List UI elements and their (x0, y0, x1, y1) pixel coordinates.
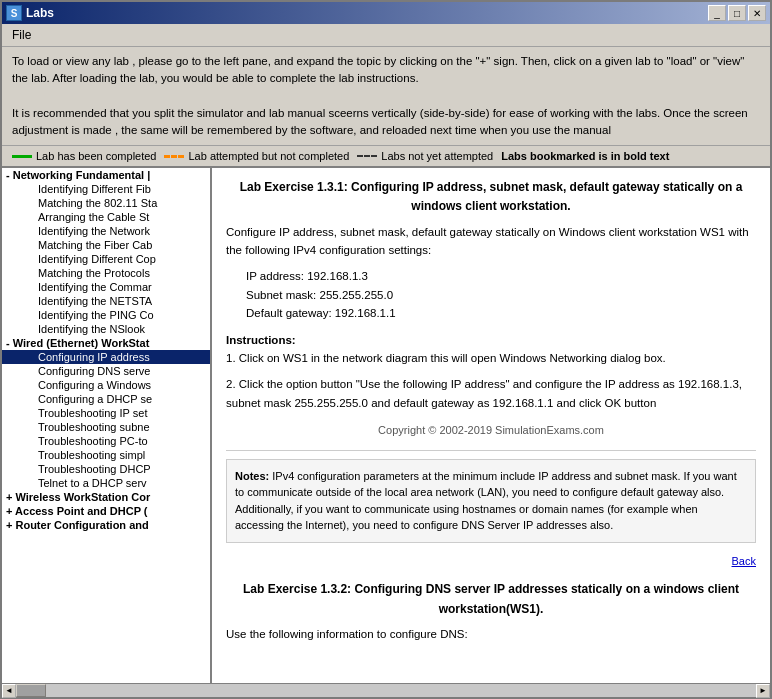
scroll-thumb[interactable] (16, 684, 46, 697)
tree-item-trouble-dhcp[interactable]: Troubleshooting DHCP (2, 462, 210, 476)
minimize-button[interactable]: _ (708, 5, 726, 21)
main-window: S Labs _ □ ✕ File To load or view any la… (0, 0, 772, 699)
lab2-title: Lab Exercise 1.3.2: Configuring DNS serv… (226, 580, 756, 618)
tree-item-router-config[interactable]: + Router Configuration and (2, 518, 210, 532)
menu-bar: File (2, 24, 770, 47)
tree-item-arrange-cable[interactable]: Arranging the Cable St (2, 210, 210, 224)
legend-bar: Lab has been completed Lab attempted but… (2, 146, 770, 168)
file-menu[interactable]: File (6, 26, 37, 44)
attempted-line-icon (164, 155, 184, 158)
scroll-track[interactable] (16, 684, 756, 697)
completed-line-icon (12, 155, 32, 158)
tree-item-trouble-ip[interactable]: Troubleshooting IP set (2, 406, 210, 420)
legend-bookmarked: Labs bookmarked is in bold text (501, 150, 669, 162)
lab-title: Lab Exercise 1.3.1: Configuring IP addre… (226, 178, 756, 216)
tree-item-access-point[interactable]: + Access Point and DHCP ( (2, 504, 210, 518)
tree-item-telnet-dhcp[interactable]: Telnet to a DHCP serv (2, 476, 210, 490)
tree-item-trouble-simple[interactable]: Troubleshooting simpl (2, 448, 210, 462)
legend-completed: Lab has been completed (12, 150, 156, 162)
instruction2: 2. Click the option button "Use the foll… (226, 375, 756, 412)
window-title: Labs (26, 6, 54, 20)
notes-text: IPv4 configuration parameters at the min… (235, 470, 737, 532)
info-line1: To load or view any lab , please go to t… (12, 53, 760, 88)
bottom-scrollbar[interactable]: ◄ ► (2, 683, 770, 697)
ip-address: IP address: 192.168.1.3 (246, 267, 756, 285)
lab2-intro: Use the following information to configu… (226, 625, 756, 643)
tree-item-match-fiber[interactable]: Matching the Fiber Cab (2, 238, 210, 252)
tree-container: - Networking Fundamental | Identifying D… (2, 168, 210, 532)
notes-label: Notes: (235, 470, 269, 482)
bookmarked-label: Labs bookmarked is in bold text (501, 150, 669, 162)
tree-item-match-proto[interactable]: Matching the Protocols (2, 266, 210, 280)
legend-attempted: Lab attempted but not completed (164, 150, 349, 162)
tree-item-wireless-workstat[interactable]: + Wireless WorkStation Cor (2, 490, 210, 504)
divider1 (226, 450, 756, 451)
tree-item-identify-ping[interactable]: Identifying the PING Co (2, 308, 210, 322)
app-icon: S (6, 5, 22, 21)
subnet-mask: Subnet mask: 255.255.255.0 (246, 286, 756, 304)
tree-item-diff-fib[interactable]: Identifying Different Fib (2, 182, 210, 196)
tree-item-identify-nslook[interactable]: Identifying the NSlook (2, 322, 210, 336)
left-pane[interactable]: - Networking Fundamental | Identifying D… (2, 168, 212, 683)
right-pane[interactable]: Lab Exercise 1.3.1: Configuring IP addre… (212, 168, 770, 683)
close-button[interactable]: ✕ (748, 5, 766, 21)
copyright-text: Copyright © 2002-2019 SimulationExams.co… (226, 422, 756, 440)
tree-item-config-dhcp[interactable]: Configuring a DHCP se (2, 392, 210, 406)
instruction1: 1. Click on WS1 in the network diagram t… (226, 349, 756, 367)
tree-item-identify-comm[interactable]: Identifying the Commar (2, 280, 210, 294)
notes-section: Notes: IPv4 configuration parameters at … (226, 459, 756, 543)
not-attempted-label: Labs not yet attempted (381, 150, 493, 162)
tree-item-net-fund[interactable]: - Networking Fundamental | (2, 168, 210, 182)
ip-config-details: IP address: 192.168.1.3 Subnet mask: 255… (246, 267, 756, 322)
tree-item-identify-cop[interactable]: Identifying Different Cop (2, 252, 210, 266)
info-section: To load or view any lab , please go to t… (2, 47, 770, 146)
back-link[interactable]: Back (226, 553, 756, 571)
default-gateway: Default gateway: 192.168.1.1 (246, 304, 756, 322)
tree-item-wired-workstat[interactable]: - Wired (Ethernet) WorkStat (2, 336, 210, 350)
tree-item-trouble-subnet[interactable]: Troubleshooting subne (2, 420, 210, 434)
tree-item-trouble-pc[interactable]: Troubleshooting PC-to (2, 434, 210, 448)
title-bar: S Labs _ □ ✕ (2, 2, 770, 24)
scroll-right-btn[interactable]: ► (756, 684, 770, 698)
tree-item-config-dns[interactable]: Configuring DNS serve (2, 364, 210, 378)
attempted-label: Lab attempted but not completed (188, 150, 349, 162)
tree-item-identify-netstat[interactable]: Identifying the NETSTA (2, 294, 210, 308)
maximize-button[interactable]: □ (728, 5, 746, 21)
instructions-label: Instructions: (226, 331, 756, 349)
tree-item-match-802[interactable]: Matching the 802.11 Sta (2, 196, 210, 210)
main-area: - Networking Fundamental | Identifying D… (2, 168, 770, 683)
legend-not-attempted: Labs not yet attempted (357, 150, 493, 162)
title-bar-left: S Labs (6, 5, 54, 21)
tree-item-config-ip[interactable]: Configuring IP address (2, 350, 210, 364)
tree-item-identify-network[interactable]: Identifying the Network (2, 224, 210, 238)
completed-label: Lab has been completed (36, 150, 156, 162)
lab-intro: Configure IP address, subnet mask, defau… (226, 223, 756, 260)
title-controls: _ □ ✕ (708, 5, 766, 21)
not-attempted-line-icon (357, 155, 377, 157)
info-line2: It is recommended that you split the sim… (12, 105, 760, 140)
tree-item-config-windows[interactable]: Configuring a Windows (2, 378, 210, 392)
scroll-left-btn[interactable]: ◄ (2, 684, 16, 698)
